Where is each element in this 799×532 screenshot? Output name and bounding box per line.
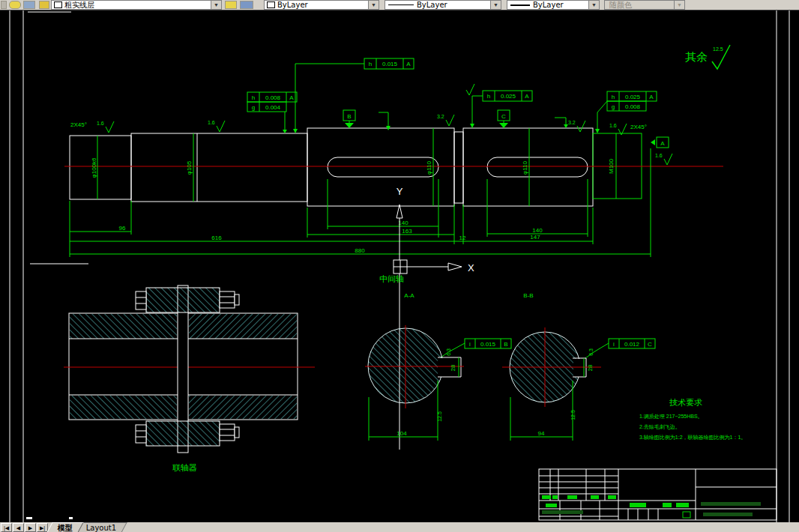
dim-dia1: φ100k6: [91, 157, 97, 178]
surplus-label: 其余: [685, 50, 708, 64]
f1-val1: 0.008: [265, 94, 281, 101]
f1-sym1: h: [252, 94, 255, 101]
layout-tab-bar: |◀ ◀ ▶ ▶| 模型 Layout1: [0, 522, 799, 532]
lineweight-dropdown[interactable]: ByLayer ▼: [507, 0, 600, 10]
dim-sec-b-width: 94: [538, 430, 545, 437]
f4-sym2: g: [612, 103, 615, 110]
roughness-32-a: 3.2: [437, 114, 444, 119]
shaft-dimensions: [70, 112, 651, 257]
f6-val: 0.012: [624, 341, 640, 348]
f2-sym: h: [369, 61, 372, 67]
toolbar-partial-icon[interactable]: [1, 1, 7, 9]
tolerance-frames: [247, 58, 657, 358]
linetype-dropdown[interactable]: ByLayer ▼: [385, 0, 501, 10]
dim-dia4: φ110: [522, 160, 528, 174]
dim-groove: 12: [459, 235, 466, 241]
layer-color-chip: [54, 1, 62, 8]
chevron-down-icon[interactable]: ▼: [588, 1, 599, 9]
f5-sym: i: [469, 341, 471, 348]
dim-dia2: φ105: [186, 160, 193, 175]
ucs-y-label: Y: [397, 186, 403, 197]
tech-title: 技术要求: [669, 398, 702, 408]
section-a-view: [365, 325, 464, 441]
f5-ref: B: [504, 341, 507, 348]
tab-layout1[interactable]: Layout1: [75, 522, 127, 532]
ucs-icon: [394, 205, 462, 273]
datum-a-label: A: [660, 140, 665, 147]
tech-line3: 3.轴绘图比例为1:2，联轴器绘图比例为1：1。: [639, 435, 746, 441]
datum-c-label: C: [501, 113, 506, 120]
dim-key-w-a: 28: [450, 364, 456, 371]
model-space-canvas[interactable]: 96 616 880 140 163 12 140 147 φ100k6 φ10…: [0, 0, 799, 532]
tech-line1: 1.调质处理 217~255HBS。: [639, 414, 703, 420]
tab-nav-prev-button[interactable]: ◀: [13, 523, 24, 532]
layers-icon[interactable]: [39, 1, 49, 9]
tab-nav-last-button[interactable]: ▶|: [37, 523, 48, 532]
tab-nav-first-button[interactable]: |◀: [1, 523, 12, 532]
f6-sym: i: [613, 341, 615, 348]
ucs-x-label: X: [468, 262, 474, 273]
toolbar-icon-b[interactable]: [23, 1, 35, 9]
dim-key2-seg: 147: [530, 234, 540, 241]
layer-dropdown-value: 粗实线层: [64, 0, 211, 10]
roughness-16-a: 1.6: [97, 121, 104, 126]
linetype-dropdown-value: ByLayer: [417, 1, 490, 9]
f3-sym: h: [487, 93, 490, 100]
dim-dia3: φ110: [426, 160, 432, 174]
f1-val2: 0.004: [265, 104, 281, 111]
datum-symbols: [343, 110, 669, 148]
f2-ref: A: [406, 61, 411, 67]
dim-len1: 96: [119, 225, 126, 232]
roughness-32-b: 3.2: [568, 120, 576, 125]
dim-dia5: M100: [608, 158, 615, 174]
tab-nav-next-button[interactable]: ▶: [25, 523, 36, 532]
toolbar-icon-a[interactable]: [9, 1, 21, 9]
color-dropdown[interactable]: ByLayer ▼: [264, 0, 379, 10]
roughness-63-b: 6.3: [588, 348, 594, 356]
roughness-125-b: 12.5: [570, 410, 576, 420]
roughness-16-b: 1.6: [208, 120, 215, 125]
layer-previous-icon[interactable]: [240, 1, 253, 9]
f6-ref: C: [648, 341, 652, 348]
coupling-label: 联轴器: [172, 463, 197, 473]
lineweight-dropdown-value: ByLayer: [533, 1, 588, 9]
tab-model[interactable]: 模型: [46, 522, 83, 532]
tech-line2: 2.去除毛刺飞边。: [639, 424, 681, 430]
dim-len2: 616: [211, 235, 222, 241]
color-dropdown-value: ByLayer: [277, 1, 368, 9]
f2-val: 0.015: [382, 61, 398, 67]
surplus-value: 12.5: [713, 46, 723, 52]
roughness-symbols: [106, 84, 672, 165]
section-b-label: B-B: [523, 292, 533, 299]
chevron-down-icon: ▼: [674, 1, 684, 9]
autocad-window: 96 616 880 140 163 12 140 147 φ100k6 φ10…: [0, 0, 799, 532]
layout-tabs: 模型 Layout1: [52, 522, 124, 532]
plotstyle-dropdown: 随颜色 ▼: [604, 0, 685, 10]
coupling-view: [64, 285, 315, 453]
plotstyle-dropdown-value: 随颜色: [609, 0, 674, 10]
chevron-down-icon[interactable]: ▼: [211, 1, 221, 9]
f5-val: 0.015: [480, 341, 496, 348]
roughness-16-d: 1.6: [655, 153, 663, 158]
color-chip: [267, 1, 275, 8]
dimension-arrow: [386, 124, 568, 130]
f3-val: 0.025: [501, 93, 516, 100]
lineweight-sample: [510, 4, 530, 6]
f3-ref: A: [525, 93, 529, 100]
roughness-63-a: 6.3: [446, 348, 451, 356]
f4-ref1: A: [649, 94, 654, 100]
dim-len3: 880: [355, 247, 365, 254]
layer-dropdown[interactable]: 粗实线层 ▼: [51, 0, 222, 10]
dim-key1-seg: 163: [402, 228, 412, 235]
dim-sec-a-width: 104: [397, 430, 407, 437]
section-b-view: [502, 327, 601, 441]
toolbar: 粗实线层 ▼ ByLayer ▼ ByLayer ▼ ByLayer ▼ 随颜色…: [0, 0, 799, 10]
make-object-layer-current-icon[interactable]: [225, 1, 237, 9]
chevron-down-icon[interactable]: ▼: [368, 1, 379, 9]
f4-val1: 0.025: [625, 94, 641, 100]
f4-sym1: h: [612, 94, 615, 100]
roughness-125-a: 12.5: [437, 411, 442, 422]
chevron-down-icon[interactable]: ▼: [490, 1, 501, 9]
dim-key-w-b: 28: [587, 364, 594, 371]
section-a-label: A-A: [404, 292, 414, 299]
